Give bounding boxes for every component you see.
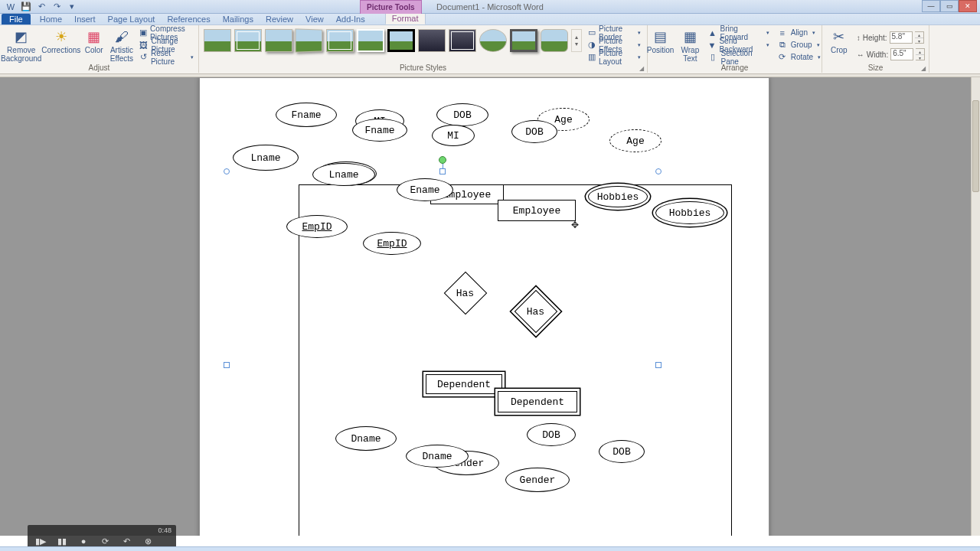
- color-button[interactable]: ▦ Color: [83, 27, 106, 55]
- close-button[interactable]: ✕: [959, 0, 977, 12]
- style-thumb-11[interactable]: [510, 29, 537, 52]
- crop-label: Crop: [831, 47, 848, 55]
- undo-icon[interactable]: ↶: [35, 1, 47, 13]
- reset-picture-button[interactable]: ↺Reset Picture▾: [138, 51, 195, 63]
- player-pause-button[interactable]: ▮▮: [57, 536, 67, 546]
- document-area: Fname MI DOB Age Lname Ename Hobbies Emp…: [0, 77, 971, 536]
- wrap-text-button[interactable]: ▦Wrap Text: [678, 27, 701, 63]
- adjust-group-label: Adjust: [0, 64, 198, 73]
- change-pic-icon: 🖼: [139, 40, 148, 51]
- tab-addins[interactable]: Add-Ins: [330, 14, 371, 24]
- wrap-label: Wrap Text: [678, 47, 701, 63]
- size-launcher[interactable]: ◢: [920, 64, 927, 72]
- style-thumb-7[interactable]: [387, 29, 415, 52]
- height-icon: ↕: [857, 34, 861, 42]
- artistic-effects-button[interactable]: 🖌 Artistic Effects: [110, 27, 133, 63]
- style-thumb-3[interactable]: [265, 29, 292, 52]
- tab-format[interactable]: Format: [385, 12, 426, 24]
- selection-pane-button[interactable]: ▯Selection Pane: [706, 51, 770, 63]
- group-button[interactable]: ⧉Group▾: [776, 39, 822, 51]
- handle-nw[interactable]: [224, 168, 230, 174]
- compress-icon: ▣: [139, 28, 147, 38]
- height-label: Height:: [863, 34, 887, 42]
- er-dob-2[interactable]: DOB: [511, 120, 557, 143]
- er-hobbies-2[interactable]: Hobbies: [655, 201, 724, 224]
- er-fname-1[interactable]: Fname: [276, 103, 337, 127]
- position-button[interactable]: ▤Position: [647, 27, 675, 55]
- ribbon: ◩ Remove Background ☀ Corrections ▦ Colo…: [0, 25, 980, 74]
- er-age-2[interactable]: Age: [609, 129, 662, 152]
- style-thumb-2[interactable]: [234, 29, 262, 52]
- style-thumb-10[interactable]: [479, 29, 507, 52]
- group-size: ✂Crop ↕ Height: 5.8" ▴▾ ↔ Width: 6.5" ▴▾…: [822, 25, 929, 73]
- player-undo-button[interactable]: ↶: [121, 536, 132, 546]
- tab-mailings[interactable]: Mailings: [217, 14, 260, 24]
- position-label: Position: [647, 47, 675, 55]
- player-close-button[interactable]: ⊗: [142, 536, 153, 546]
- er-edges: [0, 77, 230, 192]
- save-icon[interactable]: 💾: [20, 1, 32, 13]
- handle-n[interactable]: [439, 168, 446, 174]
- er-fname-2[interactable]: Fname: [352, 119, 407, 142]
- arrange-group-label: Arrange: [648, 64, 822, 73]
- qat-more-icon[interactable]: ▾: [66, 1, 78, 13]
- group-picture-styles: ▴▾ ▭Picture Border▾ ◑Picture Effects▾ ▥P…: [199, 25, 648, 73]
- style-thumb-5[interactable]: [326, 29, 354, 52]
- style-thumb-1[interactable]: [204, 29, 231, 52]
- vertical-scrollbar[interactable]: [971, 77, 980, 536]
- artistic-label: Artistic Effects: [110, 47, 133, 63]
- tab-page-layout[interactable]: Page Layout: [102, 14, 162, 24]
- handle-w[interactable]: [224, 362, 230, 368]
- rotate-handle[interactable]: [439, 156, 446, 164]
- maximize-button[interactable]: ▭: [940, 0, 959, 12]
- height-input[interactable]: 5.8": [890, 31, 913, 44]
- gallery-more-button[interactable]: ▴▾: [571, 29, 582, 52]
- player-mic-button[interactable]: ●: [78, 536, 89, 546]
- er-dob-1[interactable]: DOB: [436, 103, 488, 126]
- style-thumb-8[interactable]: [418, 29, 446, 52]
- handle-e[interactable]: [655, 362, 662, 368]
- remove-bg-label: Remove Background: [1, 47, 41, 63]
- width-icon: ↔: [857, 51, 864, 59]
- corrections-button[interactable]: ☀ Corrections: [44, 27, 78, 55]
- tab-file[interactable]: File: [2, 14, 31, 24]
- height-row: ↕ Height: 5.8" ▴▾: [857, 31, 925, 44]
- scroll-thumb[interactable]: [972, 100, 979, 192]
- tab-home[interactable]: Home: [34, 14, 68, 24]
- handle-ne[interactable]: [655, 168, 662, 174]
- picture-layout-button[interactable]: ▥Picture Layout▾: [586, 51, 642, 63]
- color-icon: ▦: [83, 28, 106, 45]
- tab-review[interactable]: Review: [260, 14, 299, 24]
- styles-launcher[interactable]: ◢: [638, 64, 645, 72]
- er-lname-1[interactable]: Lname: [233, 145, 299, 171]
- remove-bg-icon: ◩: [10, 28, 33, 45]
- width-input[interactable]: 6.5": [890, 48, 913, 60]
- ribbon-tabs: File Home Insert Page Layout References …: [0, 14, 980, 25]
- er-mi-2[interactable]: MI: [432, 125, 475, 146]
- style-thumb-9[interactable]: [449, 29, 476, 52]
- picture-selection[interactable]: [227, 171, 658, 536]
- align-button[interactable]: ≡Align▾: [776, 27, 822, 38]
- player-play-button[interactable]: ▮▶: [35, 536, 46, 546]
- crop-icon: ✂: [828, 28, 851, 45]
- style-thumb-4[interactable]: [295, 28, 322, 52]
- wrap-icon: ▦: [678, 28, 701, 45]
- tab-references[interactable]: References: [161, 14, 216, 24]
- width-spinner[interactable]: ▴▾: [916, 48, 925, 60]
- quick-access-toolbar: W 💾 ↶ ↷ ▾: [0, 1, 78, 13]
- minimize-button[interactable]: —: [922, 0, 940, 12]
- color-label: Color: [85, 47, 103, 55]
- remove-background-button[interactable]: ◩ Remove Background: [3, 27, 40, 63]
- redo-icon[interactable]: ↷: [51, 1, 63, 13]
- style-thumb-6[interactable]: [357, 29, 384, 52]
- tab-insert[interactable]: Insert: [68, 14, 102, 24]
- style-thumb-12[interactable]: [541, 29, 568, 52]
- tab-view[interactable]: View: [299, 14, 330, 24]
- player-loop-button[interactable]: ⟳: [100, 536, 110, 546]
- height-spinner[interactable]: ▴▾: [915, 31, 924, 44]
- crop-button[interactable]: ✂Crop: [826, 27, 852, 55]
- corrections-label: Corrections: [41, 47, 80, 55]
- rotate-label: Rotate: [791, 53, 813, 61]
- piclayout-icon: ▥: [588, 52, 596, 63]
- rotate-button[interactable]: ⟳Rotate▾: [776, 51, 822, 63]
